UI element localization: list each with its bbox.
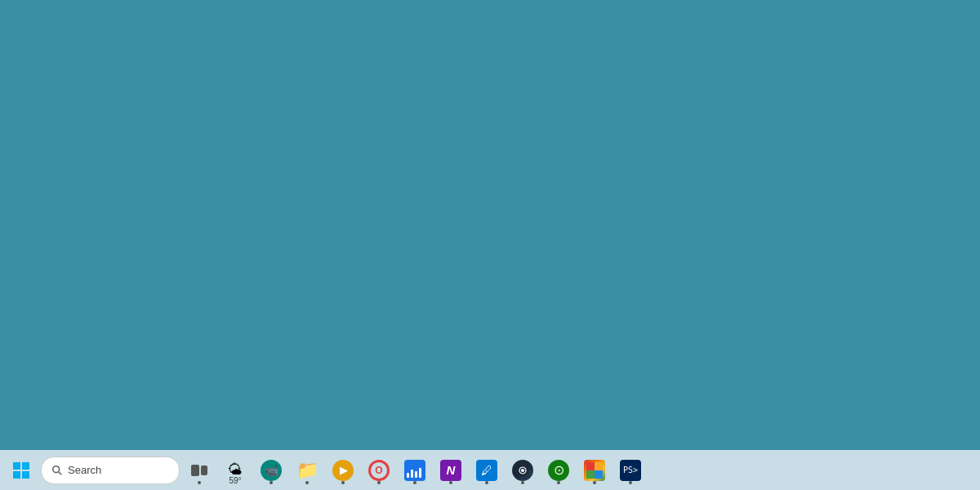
svg-rect-7 (586, 470, 595, 479)
svg-rect-6 (595, 462, 603, 470)
meet-icon: 📹 (261, 460, 282, 481)
paint-button[interactable]: 🖊 (470, 454, 503, 487)
drawing-icon: 🖊 (476, 460, 497, 481)
onenote-button[interactable]: N (434, 454, 467, 487)
chart-icon (404, 460, 425, 481)
xbox-icon: ⊙ (548, 460, 569, 481)
weather-temp: 59° (229, 476, 241, 485)
search-label: Search (68, 464, 101, 476)
terminal-button[interactable]: PS> (614, 454, 647, 487)
steam-icon (512, 460, 533, 481)
svg-line-1 (59, 471, 62, 474)
plex-icon: ▶ (332, 460, 354, 481)
steam-button[interactable] (506, 454, 539, 487)
search-icon (51, 465, 63, 476)
folder-icon: 📁 (296, 461, 318, 479)
plex-button[interactable]: ▶ (327, 454, 359, 487)
opera-icon: O (368, 460, 390, 481)
task-view-icon (191, 465, 207, 476)
svg-rect-8 (595, 470, 603, 479)
windows-logo-icon (13, 462, 29, 479)
file-explorer-button[interactable]: 📁 (291, 454, 323, 487)
keepass-icon (584, 460, 605, 481)
opera-button[interactable]: O (363, 454, 395, 487)
onenote-icon: N (440, 460, 461, 481)
keepass-button[interactable] (578, 454, 611, 487)
taskbar: Search 🌤 59° 📹 📁 ▶ O (0, 450, 980, 490)
task-view-button[interactable] (183, 454, 216, 487)
terminal-icon: PS> (620, 460, 641, 481)
weather-button[interactable]: 🌤 59° (219, 454, 252, 487)
search-bar[interactable]: Search (41, 457, 180, 484)
desktop (0, 0, 980, 450)
meet-button[interactable]: 📹 (255, 454, 287, 487)
stock-chart-button[interactable] (399, 454, 431, 487)
start-button[interactable] (5, 454, 38, 487)
svg-point-4 (521, 469, 524, 472)
svg-point-0 (53, 466, 60, 472)
svg-rect-5 (586, 462, 595, 470)
xbox-button[interactable]: ⊙ (542, 454, 575, 487)
